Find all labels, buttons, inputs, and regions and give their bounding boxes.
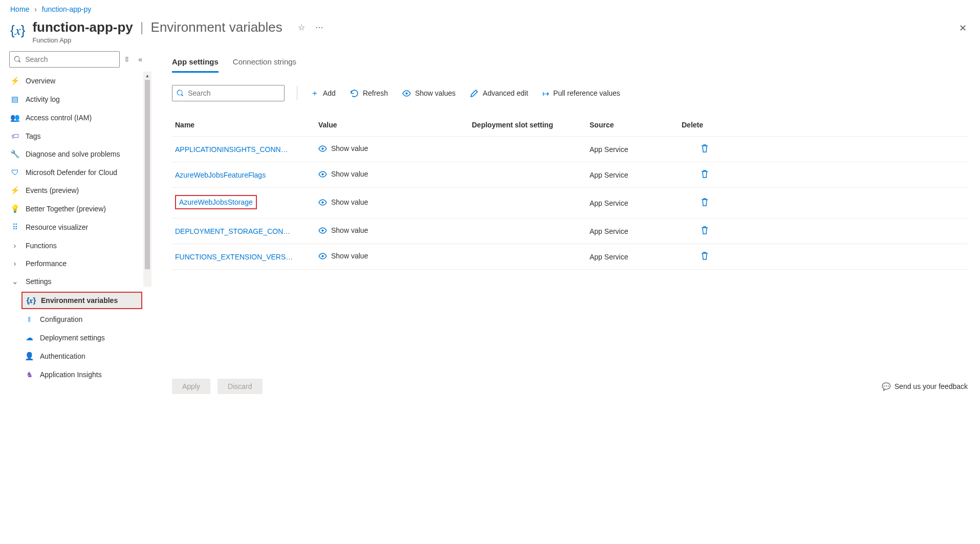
sidebar-item-label: Settings [26,277,52,286]
table-row: FUNCTIONS_EXTENSION_VERS…Show valueApp S… [172,244,968,270]
setting-name-link[interactable]: AzureWebJobsStorage [175,195,257,209]
shield-icon: 🛡 [10,168,19,177]
tab-connection-strings[interactable]: Connection strings [233,53,296,73]
column-header-delete: Delete [682,121,728,129]
column-header-value[interactable]: Value [318,121,472,129]
scroll-up-icon[interactable]: ▲ [143,72,151,80]
tab-app-settings[interactable]: App settings [172,53,219,73]
refresh-button[interactable]: Refresh [349,87,389,100]
settings-search-input[interactable] [188,89,280,97]
svg-point-3 [321,201,323,203]
scrollbar-thumb[interactable] [145,80,150,269]
show-value-label: Show value [331,144,368,153]
expand-collapse-icon[interactable]: ⇳ [124,55,130,63]
advanced-edit-button[interactable]: Advanced edit [469,87,529,100]
show-value-button[interactable]: Show value [318,252,368,260]
show-value-button[interactable]: Show value [318,170,368,179]
collapse-sidebar-button[interactable]: « [138,55,142,63]
sidebar-item-access-control[interactable]: 👥Access control (IAM) [0,108,151,127]
tag-icon: 🏷 [10,132,19,140]
search-icon [14,55,21,63]
search-icon [177,89,184,97]
setting-name-link[interactable]: DEPLOYMENT_STORAGE_CON… [175,227,295,235]
title-divider: | [140,19,144,35]
show-values-button[interactable]: Show values [401,87,456,100]
sidebar-item-authentication[interactable]: 👤Authentication [0,347,151,365]
sidebar-item-activity-log[interactable]: ▤Activity log [0,90,151,108]
show-value-button[interactable]: Show value [318,144,368,153]
feedback-icon: 💬 [882,382,890,390]
column-header-name[interactable]: Name [175,121,318,129]
sidebar-item-configuration[interactable]: ⦀Configuration [0,310,151,329]
table-header: Name Value Deployment slot setting Sourc… [172,114,968,137]
advanced-edit-button-label: Advanced edit [483,89,528,97]
sidebar-item-better-together[interactable]: 💡Better Together (preview) [0,200,151,218]
sidebar-item-diagnose[interactable]: 🔧Diagnose and solve problems [0,145,151,163]
setting-name-link[interactable]: AzureWebJobsFeatureFlags [175,171,271,179]
discard-button[interactable]: Discard [217,379,262,394]
sidebar-search-box[interactable] [9,51,120,68]
breadcrumb-separator: › [34,5,37,13]
sidebar-item-tags[interactable]: 🏷Tags [0,127,151,145]
sidebar-search-input[interactable] [25,55,115,63]
sidebar-item-overview[interactable]: ⚡Overview [0,72,151,90]
sliders-icon: ⦀ [25,315,34,324]
setting-name-link[interactable]: APPLICATIONINSIGHTS_CONN… [175,145,293,154]
breadcrumb-home[interactable]: Home [10,5,29,13]
delete-button[interactable] [682,198,728,208]
column-header-source[interactable]: Source [590,121,682,129]
bolt-icon: ⚡ [10,186,19,195]
diagram-icon: ⠿ [10,223,19,232]
add-button[interactable]: ＋ Add [310,86,337,101]
sidebar-item-deployment-settings[interactable]: ☁Deployment settings [0,329,151,347]
sidebar-item-defender[interactable]: 🛡Microsoft Defender for Cloud [0,163,151,181]
show-value-button[interactable]: Show value [318,226,368,235]
breadcrumb-resource[interactable]: function-app-py [42,5,92,13]
pin-button[interactable]: ☆ [295,19,308,35]
column-header-deployment-slot[interactable]: Deployment slot setting [472,121,590,129]
show-value-button[interactable]: Show value [318,198,368,207]
delete-button[interactable] [682,144,728,155]
eye-icon [402,89,411,98]
show-value-label: Show value [331,226,368,234]
sidebar-item-resource-visualizer[interactable]: ⠿Resource visualizer [0,218,151,236]
sidebar-item-functions[interactable]: ›Functions [0,236,151,254]
sidebar-nav: ⚡Overview ▤Activity log 👥Access control … [0,72,151,389]
trash-icon [701,226,709,235]
add-button-label: Add [323,89,336,97]
table-row: APPLICATIONINSIGHTS_CONN…Show valueApp S… [172,137,968,162]
apply-button[interactable]: Apply [172,379,210,394]
svg-point-0 [405,92,407,94]
delete-button[interactable] [682,226,728,236]
setting-name-link[interactable]: FUNCTIONS_EXTENSION_VERS… [175,253,298,261]
arrow-right-icon: ↦ [542,89,549,98]
more-button[interactable]: ⋯ [312,19,326,35]
sidebar-item-environment-variables[interactable]: {𝑥}Environment variables [21,292,142,309]
sidebar-item-label: Tags [26,132,41,140]
pull-reference-button[interactable]: ↦ Pull reference values [541,86,621,100]
sidebar-item-performance[interactable]: ›Performance [0,254,151,272]
sidebar-item-label: Configuration [40,315,82,323]
feedback-link[interactable]: 💬 Send us your feedback [882,382,968,390]
eye-icon [318,252,327,260]
svg-point-5 [321,255,323,257]
source-cell: App Service [590,227,682,235]
sidebar-item-label: Authentication [40,352,85,360]
feedback-label: Send us your feedback [895,382,968,390]
settings-search-box[interactable] [172,85,285,101]
lightning-icon: ⚡ [10,76,19,85]
sidebar-item-label: Functions [26,242,57,250]
log-icon: ▤ [10,95,19,104]
close-blade-button[interactable]: ✕ [956,19,970,37]
sidebar-item-label: Access control (IAM) [26,114,92,122]
tabs: App settings Connection strings [172,51,968,73]
source-cell: App Service [590,253,682,261]
sidebar-item-application-insights[interactable]: ♞Application Insights [0,365,151,384]
delete-button[interactable] [682,169,728,180]
chevron-right-icon: › [10,259,19,268]
sidebar-item-events[interactable]: ⚡Events (preview) [0,181,151,200]
sidebar-scrollbar[interactable]: ▲ [143,72,151,287]
sidebar-section-settings[interactable]: ⌄Settings [0,272,151,291]
delete-button[interactable] [682,251,728,262]
source-cell: App Service [590,171,682,179]
